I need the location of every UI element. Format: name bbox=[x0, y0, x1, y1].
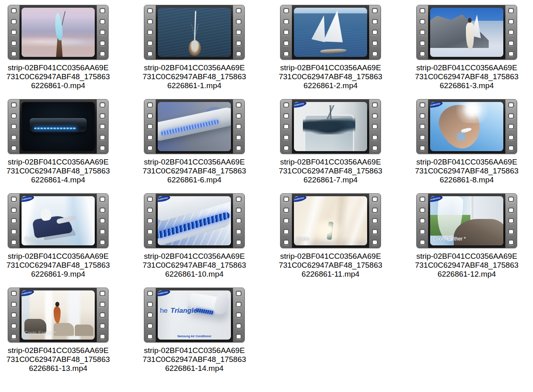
sprocket-hole bbox=[372, 218, 378, 223]
filename-line: 6226861-4.mp4 bbox=[5, 175, 111, 184]
filename-label[interactable]: strip-02BF041CC0356AA69E731C0C62947ABF48… bbox=[141, 63, 248, 90]
sprocket-hole bbox=[236, 302, 241, 307]
film-frame: SAMSUNG Cools Farther * bbox=[428, 194, 505, 248]
sprocket-hole bbox=[11, 229, 17, 234]
filmstrip-sprockets-right bbox=[97, 194, 108, 248]
filename-label[interactable]: strip-02BF041CC0356AA69E731C0C62947ABF48… bbox=[141, 158, 248, 184]
scene-shape bbox=[158, 196, 231, 245]
video-thumbnail[interactable]: SAMSUNG Cools Farther * bbox=[416, 193, 517, 248]
film-frame: SAMSUNG bbox=[156, 194, 233, 248]
filename-line: strip-02BF041CC0356AA69E bbox=[141, 346, 248, 355]
sprocket-hole bbox=[372, 145, 378, 151]
filmstrip-sprockets-right bbox=[369, 100, 381, 154]
sprocket-hole bbox=[100, 145, 105, 151]
filename-label[interactable]: strip-02BF041CC0356AA69E731C0C62947ABF48… bbox=[277, 252, 384, 279]
sprocket-hole bbox=[420, 240, 425, 245]
filename-label[interactable]: strip-02BF041CC0356AA69E731C0C62947ABF48… bbox=[141, 252, 248, 279]
filename-label[interactable]: strip-02BF041CC0356AA69E731C0C62947ABF48… bbox=[277, 158, 384, 184]
filename-line: 731C0C62947ABF48_175863 bbox=[413, 261, 520, 270]
film-frame: SAMSUNG Cools bbox=[20, 194, 97, 248]
filename-label[interactable]: strip-02BF041CC0356AA69E731C0C62947ABF48… bbox=[277, 63, 384, 90]
filename-line: 6226861-6.mp4 bbox=[141, 175, 248, 184]
sprocket-hole bbox=[147, 208, 153, 213]
video-thumbnail[interactable]: SAMSUNG heTriangle Samsung Air Condition… bbox=[144, 288, 245, 342]
filename-line: 6226861-2.mp4 bbox=[277, 81, 384, 90]
filename-label[interactable]: strip-02BF041CC0356AA69E731C0C62947ABF48… bbox=[5, 158, 111, 184]
sprocket-hole bbox=[420, 208, 425, 213]
sprocket-hole bbox=[420, 229, 425, 234]
sprocket-hole bbox=[147, 102, 153, 108]
video-thumbnail[interactable] bbox=[144, 5, 245, 60]
video-thumbnail[interactable]: SAMSUNG Cools Farther* bbox=[8, 288, 109, 342]
thumbnail-preview: SAMSUNG Cools bbox=[22, 196, 95, 245]
sprocket-hole bbox=[420, 113, 425, 119]
sprocket-hole bbox=[283, 240, 289, 245]
filename-line: 6226861-9.mp4 bbox=[5, 270, 111, 279]
sprocket-hole bbox=[283, 19, 289, 24]
sprocket-hole bbox=[372, 113, 378, 119]
sprocket-hole bbox=[420, 8, 425, 13]
thumbnail-preview: SAMSUNG Cools Farther * bbox=[430, 196, 503, 245]
sprocket-hole bbox=[283, 135, 289, 140]
sprocket-hole bbox=[147, 41, 153, 46]
sprocket-hole bbox=[420, 218, 425, 223]
sprocket-hole bbox=[11, 240, 17, 245]
scene-shape bbox=[470, 196, 473, 231]
sprocket-hole bbox=[11, 312, 17, 318]
sprocket-hole bbox=[147, 51, 153, 56]
sprocket-hole bbox=[11, 41, 17, 46]
sprocket-hole bbox=[283, 51, 289, 56]
scene-shape bbox=[40, 208, 52, 221]
sprocket-hole bbox=[147, 323, 153, 329]
sprocket-hole bbox=[11, 302, 17, 307]
filename-label[interactable]: strip-02BF041CC0356AA69E731C0C62947ABF48… bbox=[413, 252, 520, 279]
filename-line: 6226861-14.mp4 bbox=[141, 364, 248, 373]
sprocket-hole bbox=[100, 102, 105, 108]
video-thumbnail[interactable]: SAMSUNG bbox=[416, 99, 517, 154]
sprocket-hole bbox=[508, 197, 514, 202]
film-frame bbox=[156, 100, 233, 154]
file-item: SAMSUNG strip-02BF041CC0356AA69E731C0C62… bbox=[277, 99, 384, 193]
filmstrip-sprockets-right bbox=[369, 5, 381, 59]
filename-label[interactable]: strip-02BF041CC0356AA69E731C0C62947ABF48… bbox=[5, 63, 111, 90]
thumbnail-preview bbox=[22, 8, 95, 57]
video-thumbnail[interactable] bbox=[8, 99, 109, 154]
sprocket-hole bbox=[372, 30, 378, 35]
sprocket-hole bbox=[147, 197, 153, 202]
filename-line: 731C0C62947ABF48_175863 bbox=[5, 167, 111, 175]
samsung-logo: SAMSUNG bbox=[22, 290, 35, 297]
overlay-caption: Cools bbox=[297, 236, 309, 242]
filename-line: strip-02BF041CC0356AA69E bbox=[141, 252, 248, 261]
filename-line: 731C0C62947ABF48_175863 bbox=[413, 72, 520, 81]
sprocket-hole bbox=[147, 145, 153, 151]
filename-label[interactable]: strip-02BF041CC0356AA69E731C0C62947ABF48… bbox=[5, 252, 111, 279]
sprocket-hole bbox=[420, 102, 425, 108]
video-thumbnail[interactable]: SAMSUNG bbox=[280, 99, 381, 154]
video-thumbnail[interactable] bbox=[144, 99, 245, 154]
file-item: SAMSUNG heTriangle Samsung Air Condition… bbox=[141, 288, 248, 382]
video-thumbnail[interactable]: SAMSUNG Cools bbox=[8, 193, 109, 248]
thumbnail-preview: SAMSUNG bbox=[158, 196, 231, 245]
filename-label[interactable]: strip-02BF041CC0356AA69E731C0C62947ABF48… bbox=[413, 63, 520, 90]
filename-line: strip-02BF041CC0356AA69E bbox=[5, 346, 111, 355]
video-thumbnail[interactable]: SAMSUNG Cools bbox=[280, 193, 381, 248]
sprocket-hole bbox=[236, 30, 241, 35]
video-thumbnail[interactable]: SAMSUNG bbox=[144, 193, 245, 248]
sprocket-hole bbox=[100, 113, 105, 119]
file-grid: strip-02BF041CC0356AA69E731C0C62947ABF48… bbox=[0, 0, 533, 392]
video-thumbnail[interactable] bbox=[280, 5, 381, 60]
video-thumbnail[interactable] bbox=[8, 5, 109, 60]
sprocket-hole bbox=[420, 124, 425, 129]
sprocket-hole bbox=[372, 51, 378, 56]
sprocket-hole bbox=[508, 124, 514, 129]
filename-label[interactable]: strip-02BF041CC0356AA69E731C0C62947ABF48… bbox=[5, 346, 111, 373]
filename-line: 6226861-13.mp4 bbox=[5, 364, 111, 373]
sprocket-hole bbox=[147, 8, 153, 13]
filename-label[interactable]: strip-02BF041CC0356AA69E731C0C62947ABF48… bbox=[413, 158, 520, 184]
filename-label[interactable]: strip-02BF041CC0356AA69E731C0C62947ABF48… bbox=[141, 346, 248, 373]
filename-line: 731C0C62947ABF48_175863 bbox=[141, 355, 248, 364]
file-item: SAMSUNG Cools Farther* strip-02BF041CC03… bbox=[5, 288, 111, 382]
video-thumbnail[interactable] bbox=[416, 5, 517, 60]
scene-shape bbox=[57, 215, 76, 224]
file-item: strip-02BF041CC0356AA69E731C0C62947ABF48… bbox=[141, 5, 248, 99]
